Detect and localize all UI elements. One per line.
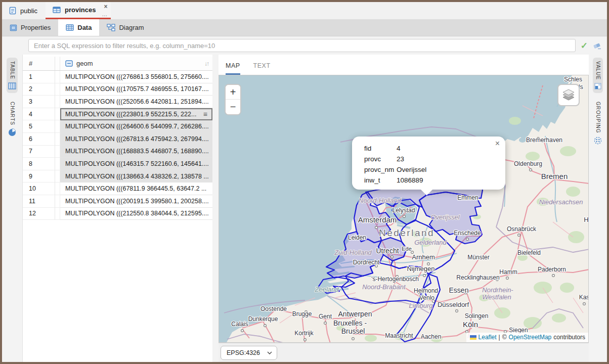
geom-cell[interactable]: MULTIPOLYGON (((138663.4 438326.2, 13857… (60, 170, 212, 183)
tab-label: public (20, 7, 37, 15)
row-number-header[interactable]: # (23, 57, 55, 70)
app-window: public provinces × ... Properties Data D… (0, 0, 609, 364)
table-icon (53, 7, 61, 13)
svg-text:Bremen: Bremen (541, 172, 568, 180)
data-grid: # geom ↓↑ 1MULTIPOLYGON (((276861.3 5568… (22, 55, 212, 362)
geom-cell[interactable]: MULTIPOLYGON (((267813.6 475942.3, 26799… (60, 133, 212, 146)
row-number-cell[interactable]: 2 (23, 83, 55, 96)
rail-item-grouping[interactable]: GROUPING (592, 98, 603, 148)
svg-text:Calais: Calais (231, 321, 248, 328)
sql-filter-input[interactable] (28, 39, 576, 52)
geom-cell[interactable]: MULTIPOLYGON (((276861.3 556801.5, 27566… (60, 71, 212, 83)
leaflet-map[interactable]: AmsterdamUtrechtLelystadLeidenDordrechtA… (219, 75, 589, 343)
svg-text:Recklinghausen: Recklinghausen (456, 274, 499, 281)
svg-text:Münster: Münster (467, 254, 489, 261)
leaflet-link[interactable]: Leaflet (478, 334, 497, 341)
rail-item-charts[interactable]: CHARTS (7, 98, 18, 140)
svg-text:Limburg: Limburg (409, 302, 433, 309)
osm-link[interactable]: OpenStreetMap (509, 334, 552, 341)
svg-text:Antwerpen: Antwerpen (338, 310, 372, 318)
table-row: 8MULTIPOLYGON (((146315.7 522160.6, 1456… (23, 158, 212, 170)
row-number-cell[interactable]: 8 (23, 158, 55, 170)
grid-header: # geom ↓↑ (23, 57, 212, 71)
geom-column-header[interactable]: geom ↓↑ (60, 57, 212, 70)
geom-cell[interactable]: MULTIPOLYGON (((146315.7 522160.6, 14564… (60, 158, 212, 170)
row-spacer (55, 120, 60, 133)
crs-select[interactable]: EPSG:4326 (221, 346, 277, 360)
viewer-mode-tabs: MAP TEXT (219, 55, 589, 75)
svg-text:Gent: Gent (319, 313, 332, 320)
row-spacer (55, 183, 60, 195)
svg-text:Enschede: Enschede (454, 230, 481, 237)
tab-map[interactable]: MAP (226, 62, 240, 75)
row-number-cell[interactable]: 6 (23, 133, 55, 146)
apply-filter-icon[interactable]: ✓ (581, 40, 588, 51)
zoom-in-button[interactable]: + (226, 85, 240, 100)
row-number-cell[interactable]: 12 (23, 208, 55, 220)
tab-provinces[interactable]: provinces × ... (46, 2, 111, 19)
popup-field-label: provc (364, 154, 397, 164)
svg-text:Emmen: Emmen (457, 194, 478, 201)
row-spacer (55, 71, 60, 83)
layers-control[interactable] (557, 84, 580, 106)
geom-cell[interactable]: MULTIPOLYGON (((223801.9 552215.5, 222..… (60, 108, 212, 121)
table-grid-icon (8, 82, 16, 89)
geom-cell[interactable]: MULTIPOLYGON (((200191.5 399580.1, 20025… (60, 195, 212, 208)
contributors-label: contributors (553, 334, 585, 341)
tab-text[interactable]: TEXT (253, 62, 271, 75)
pie-chart-icon (8, 128, 16, 136)
row-number-cell[interactable]: 10 (23, 183, 55, 195)
table-row: 6MULTIPOLYGON (((267813.6 475942.3, 2679… (23, 133, 212, 146)
row-number-cell[interactable]: 4 (23, 108, 55, 121)
grouping-icon (594, 136, 602, 145)
result-view-tab-bar: Properties Data Diagram (2, 19, 607, 36)
row-number-cell[interactable]: 11 (23, 195, 55, 208)
row-number-cell[interactable]: 3 (23, 96, 55, 108)
tab-more-icon[interactable]: ... (102, 12, 108, 17)
eraser-icon[interactable] (593, 42, 602, 50)
svg-text:Aachen: Aachen (421, 333, 442, 340)
sort-icon[interactable]: ↓↑ (204, 60, 208, 67)
panel-splitter[interactable] (212, 55, 219, 362)
rail-item-value[interactable]: VALUE (593, 58, 603, 93)
tab-data[interactable]: Data (58, 19, 99, 36)
row-number-cell[interactable]: 5 (23, 120, 55, 133)
close-tab-icon[interactable]: × (104, 3, 107, 10)
geom-cell[interactable]: MULTIPOLYGON (((252056.6 442081.1, 25189… (60, 96, 212, 108)
row-number-cell[interactable]: 1 (23, 71, 55, 83)
geom-cell[interactable]: MULTIPOLYGON (((67811.9 366445.5, 63647.… (60, 183, 212, 195)
tab-diagram[interactable]: Diagram (99, 19, 151, 36)
rail-item-table[interactable]: TABLE (7, 58, 18, 93)
geom-cell[interactable]: MULTIPOLYGON (((170575.7 486955.5, 17016… (60, 83, 212, 96)
row-spacer (55, 108, 60, 121)
presentation-rail: TABLE CHARTS (2, 55, 22, 362)
svg-text:Bremerhaven: Bremerhaven (526, 136, 562, 144)
geom-cell[interactable]: MULTIPOLYGON (((168883.5 446807.5, 16889… (60, 146, 212, 158)
popup-field-label: inw_t (364, 175, 397, 186)
geometry-column-icon (65, 60, 73, 67)
row-number-cell[interactable]: 9 (23, 170, 55, 183)
table-row: 7MULTIPOLYGON (((168883.5 446807.5, 1688… (23, 146, 212, 158)
tab-public[interactable]: public (2, 2, 46, 19)
svg-text:Utrecht: Utrecht (376, 247, 399, 255)
popup-field-value: 4 (397, 144, 498, 154)
row-spacer (55, 146, 60, 158)
svg-text:Noord-Brabant: Noord-Brabant (362, 283, 406, 291)
svg-text:H: H (584, 216, 588, 223)
tab-properties[interactable]: Properties (2, 19, 58, 36)
geom-cell[interactable]: MULTIPOLYGON (((212550.8 384044.5, 21259… (60, 208, 212, 220)
rail-label: GROUPING (595, 102, 601, 133)
map-footer: EPSG:4326 (219, 343, 589, 362)
table-row: 5MULTIPOLYGON (((264600.6 544099.7, 2662… (23, 120, 212, 133)
cell-menu-icon[interactable]: ≡ (203, 110, 209, 118)
row-number-cell[interactable]: 7 (23, 146, 55, 158)
value-viewer-panel: MAP TEXT (219, 55, 589, 362)
zoom-control: + − (225, 84, 241, 115)
table-row: 3MULTIPOLYGON (((252056.6 442081.1, 2518… (23, 96, 212, 108)
popup-close-icon[interactable]: × (495, 140, 500, 148)
svg-text:Nordrhein-: Nordrhein- (482, 286, 513, 294)
zoom-out-button[interactable]: − (226, 100, 240, 114)
chevron-down-icon (267, 351, 272, 354)
geom-cell[interactable]: MULTIPOLYGON (((264600.6 544099.7, 26628… (60, 120, 212, 133)
svg-text:Oldenburg: Oldenburg (514, 160, 542, 167)
